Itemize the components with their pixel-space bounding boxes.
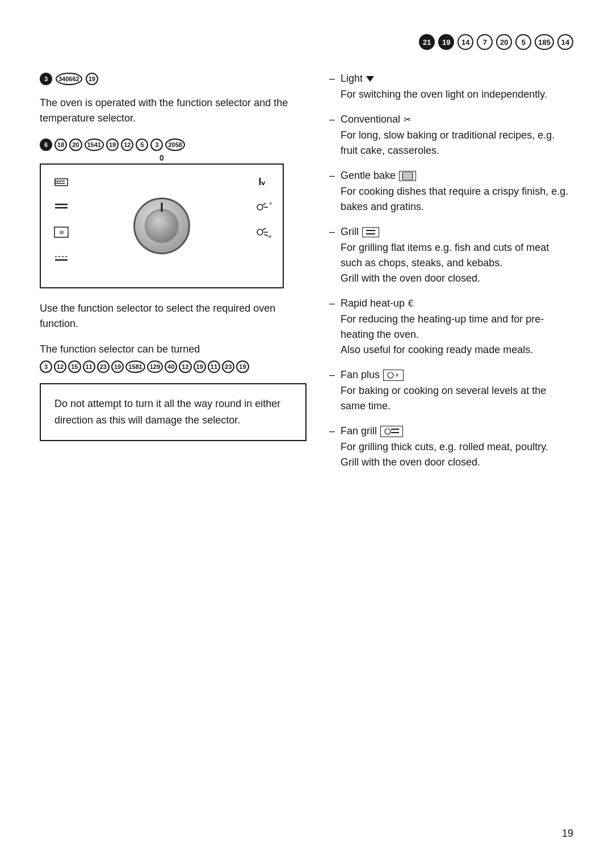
oven-icons-left: ≋ [52, 176, 70, 263]
tref-23: 23 [97, 360, 110, 373]
function-name-rapid-heat: Rapid heat-up [341, 297, 405, 309]
tref-12b: 12 [179, 360, 191, 373]
function-item-light: – Light For switching the oven light on … [329, 73, 573, 102]
svg-point-27 [385, 429, 391, 434]
page: 21 19 14 7 20 5 185 14 3 340662 19 The o… [0, 0, 613, 868]
function-desc-light: For switching the oven light on independ… [329, 87, 573, 102]
function-name-fan-plus: Fan plus [341, 369, 380, 381]
header-num-7: 185 [535, 34, 554, 50]
function-name-fan-grill: Fan grill [341, 425, 377, 437]
function-name-gentle-bake: Gentle bake [341, 170, 396, 182]
grill-icon [362, 227, 379, 237]
svg-line-18 [264, 234, 268, 236]
tref-19c: 19 [236, 360, 249, 373]
part-20: 20 [69, 139, 82, 151]
use-function-text: Use the function selector to select the … [40, 301, 306, 332]
function-item-fan-grill: – Fan grill For grilling thick cuts, e.g… [329, 425, 573, 470]
function-item-rapid-heat: – Rapid heat-up € For reducing the heati… [329, 297, 573, 358]
warning-text: Do not attempt to turn it all the way ro… [54, 396, 292, 429]
svg-text:≋: ≋ [59, 229, 64, 236]
icon-grill-top [52, 201, 70, 213]
header-num-2: 19 [438, 34, 454, 50]
function-desc-fan-plus: For baking or cooking on several levels … [329, 383, 573, 414]
function-name-grill: Grill [341, 226, 359, 238]
conventional-icon: ✂ [404, 114, 411, 125]
fan-grill-icon [380, 426, 403, 437]
function-header-light: – Light [329, 73, 573, 85]
function-header-fan-plus: – Fan plus + [329, 369, 573, 381]
oven-diagram: 0 [40, 163, 284, 288]
tref-15: 15 [68, 360, 81, 373]
icon-right-2: + [253, 201, 271, 213]
svg-text:+: + [269, 201, 271, 207]
function-header-rapid-heat: – Rapid heat-up € [329, 297, 573, 309]
function-header-fan-grill: – Fan grill [329, 425, 573, 437]
icon-fan: ≋ [52, 226, 70, 238]
tref-1581: 1581 [125, 360, 145, 373]
left-column: 3 340662 19 The oven is operated with th… [40, 73, 306, 481]
svg-text:+: + [395, 371, 399, 379]
zero-label: 0 [159, 153, 164, 162]
tref-129: 129 [147, 360, 163, 373]
part-2058: 2058 [165, 139, 184, 151]
part-5: 5 [136, 139, 148, 151]
svg-text:≡: ≡ [268, 233, 271, 238]
warning-box: Do not attempt to turn it all the way ro… [40, 383, 306, 441]
fan-plus-icon: + [383, 370, 404, 381]
right-column: – Light For switching the oven light on … [329, 73, 573, 481]
section-ref: 3 340662 19 [40, 73, 306, 85]
intro-text: The oven is operated with the function s… [40, 95, 306, 126]
can-be-turned-text: The function selector can be turned [40, 342, 306, 357]
svg-line-16 [263, 228, 266, 230]
part-19: 19 [106, 139, 119, 151]
tref-11b: 11 [208, 360, 220, 373]
icon-sun [52, 176, 70, 188]
function-item-fan-plus: – Fan plus + For baking or cooking on se… [329, 369, 573, 414]
part-1541: 1541 [85, 139, 104, 151]
function-desc-conventional: For long, slow baking or traditional rec… [329, 128, 573, 158]
parts-row: 6 18 20 1541 19 12 5 3 2058 [40, 139, 306, 151]
part-12: 12 [121, 139, 133, 151]
tref-3: 3 [40, 360, 52, 373]
tref-40: 40 [165, 360, 177, 373]
knob-inner [145, 209, 179, 243]
function-desc-rapid-heat: For reducing the heating-up time and for… [329, 312, 573, 358]
rapid-heat-icon: € [408, 299, 413, 309]
tref-12: 12 [54, 360, 66, 373]
gentle-bake-icon [399, 171, 416, 181]
function-header-conventional: – Conventional ✂ [329, 114, 573, 125]
svg-point-25 [388, 372, 393, 378]
function-header-grill: – Grill [329, 226, 573, 238]
svg-point-15 [257, 229, 263, 235]
oven-icons-right: Iᵥ + [253, 176, 271, 238]
icon-right-1: Iᵥ [253, 176, 271, 188]
part-6: 6 [40, 139, 52, 151]
knob-indicator [161, 203, 163, 212]
svg-line-12 [263, 203, 266, 205]
function-name-light: Light [341, 73, 363, 85]
header-num-4: 7 [477, 34, 493, 50]
header-num-8: 14 [557, 34, 573, 50]
main-content: 3 340662 19 The oven is operated with th… [40, 73, 573, 481]
svg-point-11 [257, 204, 263, 210]
light-icon [366, 76, 374, 82]
part-3: 3 [150, 139, 163, 151]
header-numbers: 21 19 14 7 20 5 185 14 [40, 34, 573, 50]
function-item-gentle-bake: – Gentle bake For cooking dishes that re… [329, 170, 573, 215]
header-num-3: 14 [457, 34, 473, 50]
svg-text:Iᵥ: Iᵥ [258, 176, 266, 187]
turned-refs: 3 12 15 11 23 19 1581 129 40 12 19 11 23… [40, 360, 306, 373]
icon-bottom-heat [52, 251, 70, 263]
header-num-6: 5 [515, 34, 531, 50]
icon-right-3: ≡ [253, 226, 271, 238]
tref-19b: 19 [194, 360, 206, 373]
oven-knob [133, 198, 190, 254]
svg-rect-0 [55, 179, 68, 186]
ref-num-340662: 340662 [56, 73, 82, 85]
svg-rect-20 [402, 173, 413, 179]
tref-11: 11 [83, 360, 95, 373]
function-item-conventional: – Conventional ✂ For long, slow baking o… [329, 114, 573, 158]
ref-num-3: 3 [40, 73, 52, 85]
header-num-1: 21 [419, 34, 435, 50]
part-18: 18 [54, 139, 67, 151]
